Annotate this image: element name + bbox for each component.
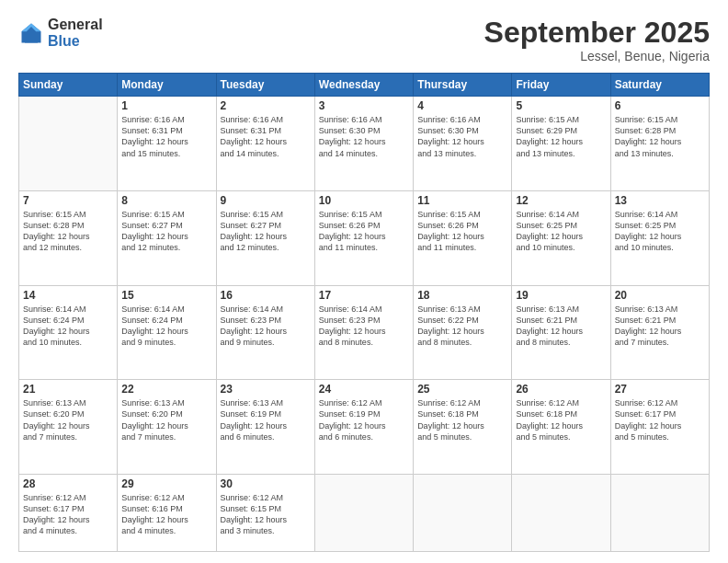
day-number: 27 xyxy=(615,383,705,396)
day-info: Sunrise: 6:15 AM Sunset: 6:27 PM Dayligh… xyxy=(221,209,311,254)
day-number: 22 xyxy=(121,383,211,396)
logo: General Blue xyxy=(18,17,103,49)
table-row: 11Sunrise: 6:15 AM Sunset: 6:26 PM Dayli… xyxy=(414,190,512,285)
table-row: 8Sunrise: 6:15 AM Sunset: 6:27 PM Daylig… xyxy=(118,190,216,285)
day-info: Sunrise: 6:12 AM Sunset: 6:17 PM Dayligh… xyxy=(615,397,705,442)
table-row: 25Sunrise: 6:12 AM Sunset: 6:18 PM Dayli… xyxy=(414,380,512,475)
day-info: Sunrise: 6:16 AM Sunset: 6:31 PM Dayligh… xyxy=(221,114,311,159)
title-area: September 2025 Lessel, Benue, Nigeria xyxy=(484,17,710,63)
day-info: Sunrise: 6:14 AM Sunset: 6:24 PM Dayligh… xyxy=(121,304,211,349)
table-row: 5Sunrise: 6:15 AM Sunset: 6:29 PM Daylig… xyxy=(512,97,610,191)
table-row xyxy=(610,474,709,551)
day-info: Sunrise: 6:15 AM Sunset: 6:28 PM Dayligh… xyxy=(615,114,705,159)
day-info: Sunrise: 6:14 AM Sunset: 6:24 PM Dayligh… xyxy=(23,304,113,349)
svg-rect-2 xyxy=(25,33,38,43)
day-number: 2 xyxy=(221,99,311,112)
day-number: 14 xyxy=(23,289,113,302)
header: General Blue September 2025 Lessel, Benu… xyxy=(18,17,710,63)
table-row: 4Sunrise: 6:16 AM Sunset: 6:30 PM Daylig… xyxy=(414,97,512,191)
day-number: 3 xyxy=(319,99,409,112)
day-info: Sunrise: 6:13 AM Sunset: 6:20 PM Dayligh… xyxy=(23,397,113,442)
header-sunday: Sunday xyxy=(19,74,118,97)
table-row: 17Sunrise: 6:14 AM Sunset: 6:23 PM Dayli… xyxy=(314,285,413,380)
table-row xyxy=(314,474,413,551)
day-info: Sunrise: 6:16 AM Sunset: 6:30 PM Dayligh… xyxy=(319,114,409,159)
logo-icon xyxy=(18,20,44,46)
page: General Blue September 2025 Lessel, Benu… xyxy=(0,0,728,563)
day-info: Sunrise: 6:15 AM Sunset: 6:26 PM Dayligh… xyxy=(417,209,507,254)
table-row: 12Sunrise: 6:14 AM Sunset: 6:25 PM Dayli… xyxy=(512,190,610,285)
day-info: Sunrise: 6:13 AM Sunset: 6:21 PM Dayligh… xyxy=(615,304,705,349)
day-info: Sunrise: 6:16 AM Sunset: 6:31 PM Dayligh… xyxy=(121,114,211,159)
logo-blue-text: Blue xyxy=(48,33,103,50)
table-row: 10Sunrise: 6:15 AM Sunset: 6:26 PM Dayli… xyxy=(314,190,413,285)
day-info: Sunrise: 6:12 AM Sunset: 6:18 PM Dayligh… xyxy=(417,397,507,442)
day-number: 20 xyxy=(615,289,705,302)
table-row: 14Sunrise: 6:14 AM Sunset: 6:24 PM Dayli… xyxy=(19,285,118,380)
table-row: 29Sunrise: 6:12 AM Sunset: 6:16 PM Dayli… xyxy=(118,474,216,551)
day-info: Sunrise: 6:14 AM Sunset: 6:23 PM Dayligh… xyxy=(319,304,409,349)
table-row: 1Sunrise: 6:16 AM Sunset: 6:31 PM Daylig… xyxy=(118,97,216,191)
table-row: 3Sunrise: 6:16 AM Sunset: 6:30 PM Daylig… xyxy=(314,97,413,191)
day-info: Sunrise: 6:12 AM Sunset: 6:19 PM Dayligh… xyxy=(319,397,409,442)
day-number: 5 xyxy=(516,99,606,112)
day-info: Sunrise: 6:12 AM Sunset: 6:18 PM Dayligh… xyxy=(516,397,606,442)
table-row: 27Sunrise: 6:12 AM Sunset: 6:17 PM Dayli… xyxy=(610,380,709,475)
location-subtitle: Lessel, Benue, Nigeria xyxy=(484,49,710,63)
day-number: 23 xyxy=(221,383,311,396)
day-info: Sunrise: 6:13 AM Sunset: 6:21 PM Dayligh… xyxy=(516,304,606,349)
day-info: Sunrise: 6:12 AM Sunset: 6:15 PM Dayligh… xyxy=(221,492,311,537)
table-row: 20Sunrise: 6:13 AM Sunset: 6:21 PM Dayli… xyxy=(610,285,709,380)
table-row: 2Sunrise: 6:16 AM Sunset: 6:31 PM Daylig… xyxy=(216,97,314,191)
table-row xyxy=(512,474,610,551)
day-info: Sunrise: 6:14 AM Sunset: 6:25 PM Dayligh… xyxy=(615,209,705,254)
day-info: Sunrise: 6:13 AM Sunset: 6:20 PM Dayligh… xyxy=(121,397,211,442)
logo-general: General xyxy=(48,17,103,33)
day-number: 7 xyxy=(23,194,113,207)
table-row: 18Sunrise: 6:13 AM Sunset: 6:22 PM Dayli… xyxy=(414,285,512,380)
day-number: 17 xyxy=(319,289,409,302)
day-info: Sunrise: 6:13 AM Sunset: 6:22 PM Dayligh… xyxy=(417,304,507,349)
table-row xyxy=(19,97,118,191)
day-info: Sunrise: 6:16 AM Sunset: 6:30 PM Dayligh… xyxy=(417,114,507,159)
day-number: 30 xyxy=(221,477,311,490)
day-number: 29 xyxy=(121,477,211,490)
day-number: 4 xyxy=(417,99,507,112)
day-info: Sunrise: 6:15 AM Sunset: 6:27 PM Dayligh… xyxy=(121,209,211,254)
header-saturday: Saturday xyxy=(610,74,709,97)
header-tuesday: Tuesday xyxy=(216,74,314,97)
table-row: 16Sunrise: 6:14 AM Sunset: 6:23 PM Dayli… xyxy=(216,285,314,380)
day-info: Sunrise: 6:15 AM Sunset: 6:28 PM Dayligh… xyxy=(23,209,113,254)
day-number: 18 xyxy=(417,289,507,302)
header-wednesday: Wednesday xyxy=(314,74,413,97)
day-info: Sunrise: 6:12 AM Sunset: 6:17 PM Dayligh… xyxy=(23,492,113,537)
day-number: 21 xyxy=(23,383,113,396)
day-number: 26 xyxy=(516,383,606,396)
day-number: 24 xyxy=(319,383,409,396)
day-number: 12 xyxy=(516,194,606,207)
day-number: 15 xyxy=(121,289,211,302)
weekday-header-row: Sunday Monday Tuesday Wednesday Thursday… xyxy=(19,74,710,97)
table-row: 13Sunrise: 6:14 AM Sunset: 6:25 PM Dayli… xyxy=(610,190,709,285)
day-number: 13 xyxy=(615,194,705,207)
table-row: 24Sunrise: 6:12 AM Sunset: 6:19 PM Dayli… xyxy=(314,380,413,475)
table-row: 19Sunrise: 6:13 AM Sunset: 6:21 PM Dayli… xyxy=(512,285,610,380)
logo-text: General Blue xyxy=(48,17,103,49)
day-info: Sunrise: 6:15 AM Sunset: 6:29 PM Dayligh… xyxy=(516,114,606,159)
day-info: Sunrise: 6:15 AM Sunset: 6:26 PM Dayligh… xyxy=(319,209,409,254)
header-friday: Friday xyxy=(512,74,610,97)
calendar-table: Sunday Monday Tuesday Wednesday Thursday… xyxy=(18,73,710,552)
table-row: 30Sunrise: 6:12 AM Sunset: 6:15 PM Dayli… xyxy=(216,474,314,551)
table-row: 6Sunrise: 6:15 AM Sunset: 6:28 PM Daylig… xyxy=(610,97,709,191)
day-info: Sunrise: 6:14 AM Sunset: 6:23 PM Dayligh… xyxy=(221,304,311,349)
table-row: 21Sunrise: 6:13 AM Sunset: 6:20 PM Dayli… xyxy=(19,380,118,475)
day-info: Sunrise: 6:14 AM Sunset: 6:25 PM Dayligh… xyxy=(516,209,606,254)
table-row: 7Sunrise: 6:15 AM Sunset: 6:28 PM Daylig… xyxy=(19,190,118,285)
day-number: 11 xyxy=(417,194,507,207)
table-row xyxy=(414,474,512,551)
day-number: 16 xyxy=(221,289,311,302)
day-number: 8 xyxy=(121,194,211,207)
day-number: 9 xyxy=(221,194,311,207)
day-number: 10 xyxy=(319,194,409,207)
table-row: 26Sunrise: 6:12 AM Sunset: 6:18 PM Dayli… xyxy=(512,380,610,475)
